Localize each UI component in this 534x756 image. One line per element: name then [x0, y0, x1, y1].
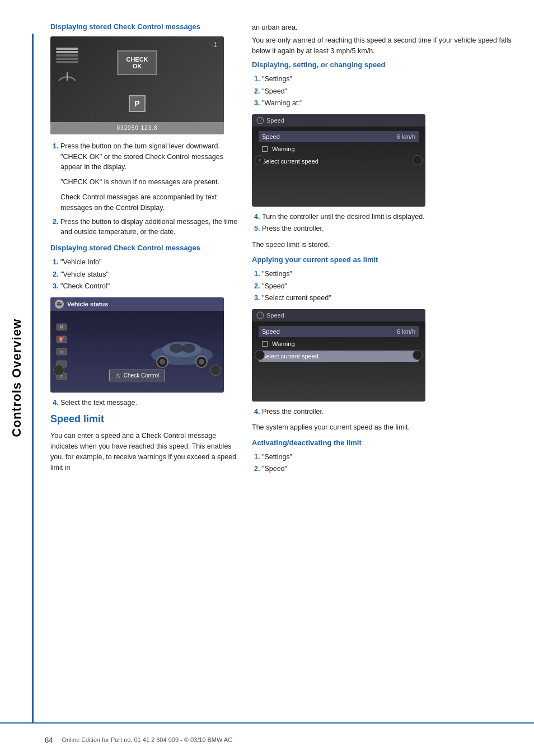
section2-heading: Displaying stored Check Control messages: [50, 244, 241, 253]
section1-heading: Displaying stored Check Control messages: [50, 22, 241, 32]
speed-screen1: Speed Speed 6 km/h Warnin: [252, 114, 425, 207]
svg-point-17: [182, 344, 195, 353]
page-footer: 84 Online Edition for Part no. 01 41 2 6…: [0, 722, 534, 756]
ok-text: OK: [126, 63, 148, 69]
gauge-bar-2: [56, 51, 78, 53]
select-current-label: Select current speed: [262, 158, 318, 165]
speed-item-select: Select current speed: [259, 156, 419, 167]
s2-item1: "Vehicle Info": [60, 258, 241, 268]
check-control-badge: ⚠ Check Control: [109, 370, 165, 381]
controller-knob-right: [210, 365, 221, 376]
section1-steps: Press the button on the turn signal leve…: [50, 141, 241, 237]
vs-header-icon: [55, 300, 64, 309]
minus-indicator: -1: [211, 41, 217, 49]
speed-label: Speed: [262, 133, 280, 140]
gauge-bar-1: [56, 48, 78, 50]
vs-header-text: Vehicle status: [67, 301, 108, 307]
speed-stored-text: The speed limit is stored.: [252, 240, 517, 250]
display-setting-steps-4-5: Turn the controller until the desired li…: [252, 212, 517, 234]
page-number: 84: [45, 736, 53, 744]
warning-triangle-icon: ⚠: [115, 372, 120, 379]
speed-item-warning: Warning: [259, 143, 419, 155]
check-text: CHECK: [126, 56, 148, 63]
svg-rect-2: [57, 302, 60, 304]
s2-item3: "Check Control": [60, 282, 241, 292]
a-item3: "Select current speed": [262, 293, 517, 304]
controller-left2: [255, 350, 265, 360]
applying-step4: Press the controller.: [252, 407, 517, 417]
check-ok-display-wrapper: -1: [50, 36, 241, 134]
speed-header1: Speed: [252, 114, 425, 127]
footer-text: Online Edition for Part no. 01 41 2 604 …: [62, 736, 232, 743]
ds-item2: "Speed": [262, 87, 517, 97]
oil-icon: 🛢: [56, 323, 68, 332]
section2-step4: Select the text message.: [50, 398, 241, 408]
speed-item-select2: Select current speed: [259, 351, 419, 362]
a-item1: "Settings": [262, 269, 517, 279]
svg-text:⛽: ⛽: [59, 337, 64, 342]
step2: Press the button to display additional m…: [60, 217, 241, 237]
speed-item-speed2: Speed 6 km/h: [259, 326, 419, 337]
gauge-bar-4: [56, 58, 78, 60]
car-silhouette-svg: [146, 333, 218, 369]
speed-item-warning2: Warning: [259, 338, 419, 349]
display-setting-heading: Displaying, setting, or changing speed: [252, 60, 517, 70]
act-item1: "Settings": [262, 452, 517, 463]
car-icon: [56, 301, 63, 307]
warning-text: You are only warned of reaching this spe…: [252, 35, 517, 57]
gauge-area: [56, 48, 78, 83]
tire-icon: ⊙: [56, 347, 68, 356]
check-ok-box: CHECK OK: [117, 50, 157, 75]
right-column: an urban area. You are only warned of re…: [252, 22, 517, 734]
vehicle-status-display: Vehicle status 🛢: [50, 297, 224, 393]
sidebar: Controls Overview: [0, 0, 34, 756]
speed-screen2-display: Speed Speed 6 km/h Warnin: [252, 309, 425, 402]
speed-header-text1: Speed: [266, 117, 284, 124]
s2-item2: "Vehicle status": [60, 270, 241, 280]
ds-step5: Press the controller.: [262, 224, 517, 234]
urban-area-text: an urban area.: [252, 22, 517, 33]
speed-gauge-icon: [256, 116, 264, 124]
warning-checkbox: [262, 146, 268, 152]
gauge-bar-3: [56, 54, 78, 57]
ds-step4: Turn the controller until the desired li…: [262, 212, 517, 222]
act-item2: "Speed": [262, 464, 517, 474]
activating-heading: Activating/deactivating the limit: [252, 438, 517, 448]
step4-left: Select the text message.: [60, 398, 241, 408]
speed-header-text2: Speed: [266, 312, 284, 319]
select-current-label2: Select current speed: [262, 353, 318, 360]
controller-left: [255, 155, 265, 165]
ds-item3: "Warning at:": [262, 99, 517, 109]
car-silhouette: [146, 333, 218, 371]
controller-knob: [53, 365, 64, 376]
ds-item1: "Settings": [262, 74, 517, 85]
applying-heading: Applying your current speed as limit: [252, 255, 517, 265]
warning-label2: Warning: [272, 340, 295, 347]
speed-limit-heading: Speed limit: [50, 413, 241, 425]
check-ok-display: -1: [50, 36, 224, 134]
step1: Press the button on the turn signal leve…: [60, 141, 241, 213]
page-container: Controls Overview Displaying stored Chec…: [0, 0, 534, 756]
controller-right2: [413, 350, 423, 360]
svg-point-21: [199, 359, 204, 365]
gauge-bar-5: [56, 61, 78, 63]
warning-label: Warning: [272, 146, 295, 152]
a-step4: Press the controller.: [262, 407, 517, 417]
vehicle-status-screen: Vehicle status 🛢: [50, 297, 224, 393]
svg-point-16: [170, 344, 183, 353]
speed-header2: Speed: [252, 309, 425, 321]
display-bottom-bar: 032050 123.8: [50, 122, 224, 134]
speed-label2: Speed: [262, 328, 280, 335]
speed-gauge-icon2: [256, 311, 264, 319]
activating-list: "Settings" "Speed": [252, 452, 517, 474]
svg-point-3: [57, 305, 58, 306]
main-content: Displaying stored Check Control messages…: [34, 0, 534, 756]
parking-icon: P: [129, 95, 146, 112]
svg-text:⊙: ⊙: [60, 350, 63, 354]
speed-limit-body: You can enter a speed and a Check Contro…: [50, 431, 241, 473]
check-ok-screen: -1: [50, 36, 224, 134]
a-item2: "Speed": [262, 282, 517, 292]
section2-list: "Vehicle Info" "Vehicle status" "Check C…: [50, 258, 241, 292]
speed-menu2: Speed 6 km/h Warning Select cur: [252, 321, 425, 366]
left-column: Displaying stored Check Control messages…: [50, 22, 241, 734]
